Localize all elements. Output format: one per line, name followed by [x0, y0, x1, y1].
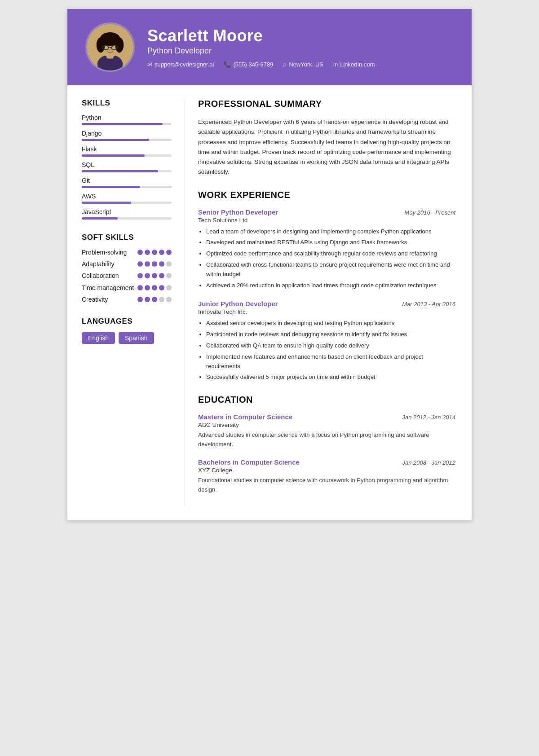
soft-skill-name: Adaptability [82, 260, 114, 268]
education-item: Bachelors in Computer Science Jan 2008 -… [198, 458, 455, 495]
job-title: Python Developer [147, 46, 375, 56]
soft-skills-title: SOFT SKILLS [82, 233, 172, 242]
skill-item: Flask [82, 145, 172, 157]
skill-name: Django [82, 130, 172, 137]
exp-bullets: Assisted senior developers in developing… [198, 319, 455, 382]
dot [166, 285, 172, 290]
skill-item: Django [82, 130, 172, 141]
skill-bar [82, 170, 172, 172]
location-icon: ⌂ [283, 61, 287, 68]
dots [137, 285, 172, 290]
contact-location: ⌂ NewYork, US [283, 61, 323, 68]
exp-bullet: Collaborated with cross-functional teams… [206, 260, 455, 279]
phone-icon: 📞 [224, 61, 231, 68]
dot [159, 285, 164, 290]
skill-item: Git [82, 177, 172, 188]
exp-bullet: Successfully delivered 5 major projects … [206, 373, 455, 382]
language-tag: English [82, 332, 115, 344]
contact-linkedin: in LinkedIn.com [333, 61, 375, 68]
skill-bar [82, 186, 172, 188]
soft-skill-row: Adaptability [82, 260, 172, 268]
edu-date: Jan 2008 - Jan 2012 [402, 459, 455, 466]
exp-header: Junior Python Developer Mar 2013 - Apr 2… [198, 300, 455, 308]
skill-bar [82, 123, 172, 125]
dots [137, 297, 172, 302]
experience-item: Junior Python Developer Mar 2013 - Apr 2… [198, 300, 455, 382]
soft-skill-row: Collaboration [82, 272, 172, 280]
edu-description: Advanced studies in computer science wit… [198, 431, 455, 449]
edu-degree: Bachelors in Computer Science [198, 458, 300, 466]
soft-skill-row: Problem-solving [82, 248, 172, 256]
skill-bar [82, 217, 172, 220]
summary-title: PROFESSIONAL SUMMARY [198, 99, 455, 111]
dot [152, 297, 157, 302]
dot [152, 250, 157, 255]
sidebar: SKILLS Python Django Flask SQL Git AWS J… [67, 99, 184, 507]
soft-skill-row: Time management [82, 284, 172, 292]
dot [152, 285, 157, 290]
dots [137, 273, 172, 278]
skill-fill [82, 202, 131, 204]
dot [159, 261, 164, 267]
skill-fill [82, 154, 145, 157]
dot [137, 273, 143, 278]
exp-bullet: Lead a team of developers in designing a… [206, 227, 455, 237]
skill-fill [82, 123, 163, 125]
linkedin-icon: in [333, 61, 338, 68]
svg-point-10 [109, 49, 111, 51]
exp-bullet: Collaborated with QA team to ensure high… [206, 341, 455, 351]
exp-header: Senior Python Developer May 2016 - Prese… [198, 208, 455, 216]
dot [145, 285, 150, 290]
skill-bar [82, 154, 172, 157]
skills-title: SKILLS [82, 99, 172, 108]
exp-bullet: Participated in code reviews and debuggi… [206, 330, 455, 339]
education-title: EDUCATION [198, 395, 455, 407]
exp-date: Mar 2013 - Apr 2016 [402, 301, 455, 308]
edu-header: Masters in Computer Science Jan 2012 - J… [198, 413, 455, 421]
skill-name: Flask [82, 145, 172, 153]
skill-fill [82, 139, 149, 141]
contact-phone: 📞 (555) 345-6789 [224, 61, 273, 68]
skill-item: SQL [82, 161, 172, 172]
body: SKILLS Python Django Flask SQL Git AWS J… [67, 85, 472, 520]
dot [166, 261, 172, 267]
dot [152, 273, 157, 278]
skill-name: AWS [82, 193, 172, 200]
exp-title: Junior Python Developer [198, 300, 278, 308]
languages-section: LANGUAGES EnglishSpanish [82, 317, 172, 344]
dot [137, 297, 143, 302]
skills-section: SKILLS Python Django Flask SQL Git AWS J… [82, 99, 172, 220]
exp-bullet: Implemented new features and enhancement… [206, 352, 455, 371]
skill-fill [82, 217, 118, 220]
dot [152, 261, 157, 267]
exp-bullets: Lead a team of developers in designing a… [198, 227, 455, 290]
exp-bullet: Optimized code performance and scalabili… [206, 249, 455, 259]
contact-email: ✉ support@cvdesigner.ai [147, 61, 214, 68]
dot [145, 261, 150, 267]
dot [145, 273, 150, 278]
dot [137, 250, 143, 255]
dot [145, 250, 150, 255]
email-icon: ✉ [147, 61, 152, 68]
exp-bullet: Achieved a 20% reduction in application … [206, 281, 455, 290]
edu-description: Foundational studies in computer science… [198, 476, 455, 495]
education-section: EDUCATION Masters in Computer Science Ja… [198, 395, 455, 494]
skills-list: Python Django Flask SQL Git AWS JavaScri… [82, 114, 172, 220]
dot [166, 297, 172, 302]
exp-company: Tech Solutions Ltd [198, 217, 455, 224]
main-content: PROFESSIONAL SUMMARY Experienced Python … [184, 99, 472, 507]
summary-section: PROFESSIONAL SUMMARY Experienced Python … [198, 99, 455, 177]
dot [159, 250, 164, 255]
experience-list: Senior Python Developer May 2016 - Prese… [198, 208, 455, 382]
dot [166, 250, 172, 255]
resume: Scarlett Moore Python Developer ✉ suppor… [67, 9, 472, 520]
exp-bullet: Developed and maintained RESTful APIs us… [206, 238, 455, 247]
exp-company: Innovate Tech Inc. [198, 308, 455, 315]
soft-skills-list: Problem-solving Adaptability Collaborati… [82, 248, 172, 303]
summary-text: Experienced Python Developer with 6 year… [198, 117, 455, 177]
experience-item: Senior Python Developer May 2016 - Prese… [198, 208, 455, 290]
skill-item: Python [82, 114, 172, 125]
header-info: Scarlett Moore Python Developer ✉ suppor… [147, 26, 375, 68]
experience-title: WORK EXPERIENCE [198, 190, 455, 202]
soft-skill-name: Problem-solving [82, 248, 127, 256]
